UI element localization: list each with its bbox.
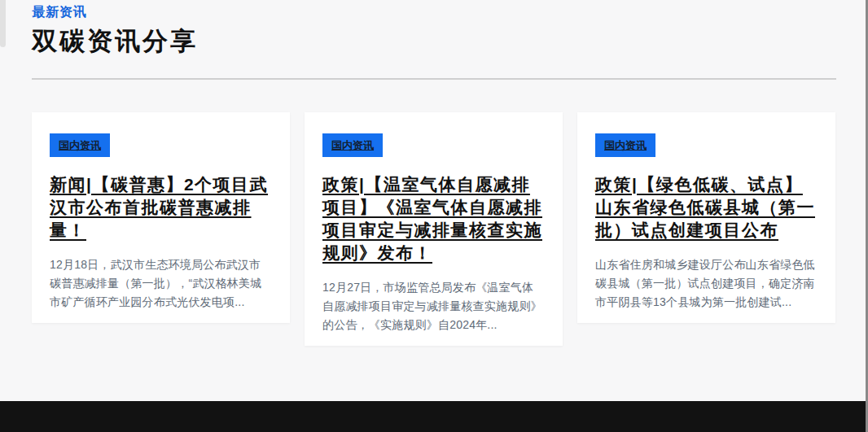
article-excerpt: 山东省住房和城乡建设厅公布山东省绿色低碳县城（第一批）试点创建项目，确定济南市平…: [595, 255, 818, 312]
news-card: 国内资讯 新闻|【碳普惠】2个项目武汉市公布首批碳普惠减排量！ 12月18日，武…: [32, 112, 290, 323]
category-badge-label: 国内资讯: [604, 139, 647, 151]
section-eyebrow-link[interactable]: 最新资讯: [32, 4, 836, 20]
article-title-link[interactable]: 政策|【温室气体自愿减排项目】《温室气体自愿减排项目审定与减排量核查实施规则》发…: [322, 173, 545, 264]
news-card: 国内资讯 政策|【温室气体自愿减排项目】《温室气体自愿减排项目审定与减排量核查实…: [305, 112, 563, 346]
section-divider: [32, 78, 836, 80]
page-footer: [0, 401, 868, 432]
category-badge-label: 国内资讯: [59, 139, 101, 151]
category-badge[interactable]: 国内资讯: [50, 133, 110, 157]
news-section: 最新资讯 双碳资讯分享 国内资讯 新闻|【碳普惠】2个项目武汉市公布首批碳普惠减…: [32, 4, 836, 346]
article-excerpt: 12月27日，市场监管总局发布《温室气体自愿减排项目审定与减排量核查实施规则》的…: [322, 278, 545, 334]
news-card-list: 国内资讯 新闻|【碳普惠】2个项目武汉市公布首批碳普惠减排量！ 12月18日，武…: [32, 112, 836, 346]
article-excerpt: 12月18日，武汉市生态环境局公布武汉市碳普惠减排量（第一批），“武汉格林美城市…: [50, 255, 272, 312]
scrollbar-thumb[interactable]: [0, 0, 6, 47]
category-badge[interactable]: 国内资讯: [322, 133, 383, 157]
news-card: 国内资讯 政策|【绿色低碳、试点】山东省绿色低碳县城（第一批）试点创建项目公布 …: [577, 112, 835, 323]
article-title-link[interactable]: 政策|【绿色低碳、试点】山东省绿色低碳县城（第一批）试点创建项目公布: [595, 173, 818, 242]
category-badge[interactable]: 国内资讯: [595, 133, 655, 157]
category-badge-label: 国内资讯: [331, 139, 374, 151]
article-title-link[interactable]: 新闻|【碳普惠】2个项目武汉市公布首批碳普惠减排量！: [50, 173, 272, 242]
page-title: 双碳资讯分享: [32, 25, 836, 58]
